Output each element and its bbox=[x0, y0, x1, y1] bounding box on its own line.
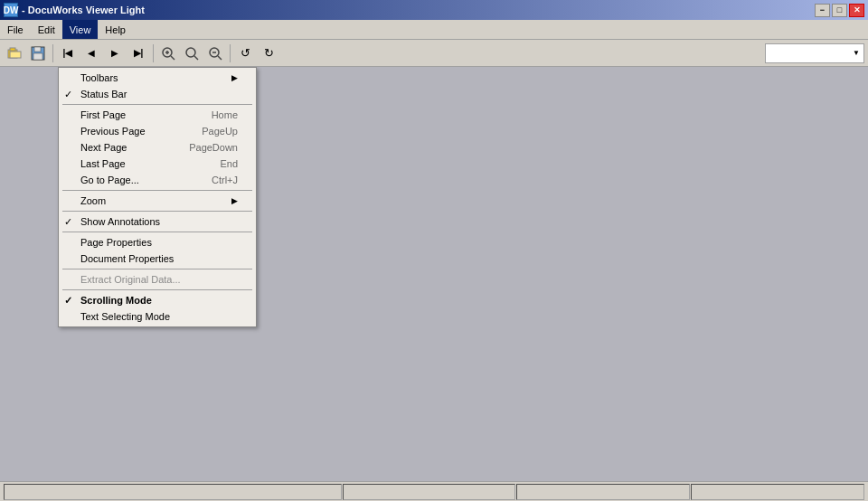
last-page-button[interactable]: ▶| bbox=[127, 43, 149, 64]
menu-separator-4 bbox=[62, 232, 252, 232]
svg-rect-5 bbox=[33, 53, 42, 60]
next-page-button[interactable]: ▶ bbox=[104, 43, 126, 64]
menu-item-go-to-page-label: Go to Page... bbox=[80, 175, 139, 185]
zoom-in-button[interactable] bbox=[157, 43, 179, 64]
status-cell-4 bbox=[691, 484, 864, 500]
status-cell-1 bbox=[4, 484, 342, 500]
menu-item-status-bar-label: Status Bar bbox=[80, 89, 127, 99]
menu-item-previous-page-shortcut: PageUp bbox=[202, 126, 238, 137]
toolbar-separator-2 bbox=[153, 44, 154, 62]
svg-rect-4 bbox=[34, 47, 41, 52]
menu-file[interactable]: File bbox=[0, 20, 31, 39]
menu-item-first-page-shortcut: Home bbox=[212, 109, 238, 120]
maximize-button[interactable]: □ bbox=[832, 4, 847, 17]
menu-item-toolbars-label: Toolbars bbox=[80, 72, 118, 83]
view-menu-dropdown: Toolbars Status Bar First Page Home Prev… bbox=[58, 67, 257, 327]
toolbar: |◀ ◀ ▶ ▶| ↺ ↻ ▼ bbox=[0, 40, 868, 67]
menu-item-last-page-label: Last Page bbox=[80, 158, 126, 169]
menu-item-previous-page[interactable]: Previous Page PageUp bbox=[59, 123, 256, 139]
svg-rect-1 bbox=[10, 48, 15, 51]
menu-item-show-annotations[interactable]: Show Annotations bbox=[59, 213, 256, 230]
status-cell-2 bbox=[343, 484, 516, 500]
svg-line-7 bbox=[171, 56, 175, 60]
menu-item-go-to-page-shortcut: Ctrl+J bbox=[212, 175, 238, 185]
menu-item-scrolling-mode[interactable]: Scrolling Mode bbox=[59, 292, 256, 308]
menu-separator-1 bbox=[62, 104, 252, 105]
minimize-button[interactable]: − bbox=[815, 4, 830, 17]
app-icon: DW bbox=[4, 3, 18, 17]
menu-separator-2 bbox=[62, 190, 252, 191]
content-area: Toolbars Status Bar First Page Home Prev… bbox=[0, 67, 868, 481]
menu-item-status-bar[interactable]: Status Bar bbox=[59, 86, 256, 102]
menu-separator-5 bbox=[62, 269, 252, 269]
menu-item-last-page-shortcut: End bbox=[220, 158, 238, 169]
menu-item-zoom-label: Zoom bbox=[80, 195, 106, 206]
app-container: DW - DocuWorks Viewer Light − □ ✕ File E… bbox=[0, 0, 868, 501]
menu-item-toolbars[interactable]: Toolbars bbox=[59, 70, 256, 86]
menu-help[interactable]: Help bbox=[98, 20, 133, 39]
close-button[interactable]: ✕ bbox=[849, 4, 864, 17]
menu-item-document-properties-label: Document Properties bbox=[80, 253, 174, 264]
menu-item-scrolling-mode-label: Scrolling Mode bbox=[80, 295, 152, 306]
menu-item-first-page-label: First Page bbox=[80, 109, 126, 120]
menu-item-extract-original[interactable]: Extract Original Data... bbox=[59, 271, 256, 288]
rotate-right-button[interactable]: ↻ bbox=[258, 43, 279, 64]
prev-page-button[interactable]: ◀ bbox=[80, 43, 102, 64]
svg-line-11 bbox=[194, 56, 198, 60]
first-page-button[interactable]: |◀ bbox=[57, 43, 79, 64]
svg-point-10 bbox=[186, 48, 195, 57]
status-bar bbox=[0, 481, 868, 501]
menu-item-go-to-page[interactable]: Go to Page... Ctrl+J bbox=[59, 172, 256, 188]
dropdown-arrow-icon: ▼ bbox=[853, 49, 860, 57]
toolbar-separator-3 bbox=[230, 44, 231, 62]
menu-item-page-properties-label: Page Properties bbox=[80, 237, 152, 248]
title-text: - DocuWorks Viewer Light bbox=[22, 5, 145, 15]
menu-item-extract-original-label: Extract Original Data... bbox=[80, 274, 181, 285]
menu-item-next-page[interactable]: Next Page PageDown bbox=[59, 139, 256, 156]
menu-edit[interactable]: Edit bbox=[31, 20, 62, 39]
title-bar-left: DW - DocuWorks Viewer Light bbox=[4, 3, 145, 17]
menu-item-document-properties[interactable]: Document Properties bbox=[59, 250, 256, 267]
menu-item-first-page[interactable]: First Page Home bbox=[59, 107, 256, 123]
menu-item-next-page-label: Next Page bbox=[80, 142, 127, 153]
zoom-dropdown[interactable]: ▼ bbox=[765, 43, 864, 63]
open-button[interactable] bbox=[4, 43, 25, 64]
menu-item-text-selecting-mode[interactable]: Text Selecting Mode bbox=[59, 308, 256, 325]
menu-item-last-page[interactable]: Last Page End bbox=[59, 156, 256, 172]
rotate-left-button[interactable]: ↺ bbox=[234, 43, 256, 64]
zoom-fit-button[interactable] bbox=[181, 43, 203, 64]
title-bar-buttons: − □ ✕ bbox=[815, 4, 864, 17]
menu-bar: File Edit View Help bbox=[0, 20, 868, 40]
menu-item-text-selecting-mode-label: Text Selecting Mode bbox=[80, 311, 170, 322]
menu-item-zoom[interactable]: Zoom bbox=[59, 193, 256, 209]
title-bar: DW - DocuWorks Viewer Light − □ ✕ bbox=[0, 0, 868, 20]
zoom-out-button[interactable] bbox=[204, 43, 226, 64]
menu-item-page-properties[interactable]: Page Properties bbox=[59, 234, 256, 250]
menu-separator-3 bbox=[62, 211, 252, 212]
save-button[interactable] bbox=[27, 43, 49, 64]
menu-view[interactable]: View bbox=[62, 20, 99, 39]
toolbar-separator-1 bbox=[52, 44, 53, 62]
svg-rect-2 bbox=[10, 52, 21, 58]
status-cell-3 bbox=[516, 484, 690, 500]
svg-line-13 bbox=[218, 56, 222, 60]
menu-separator-6 bbox=[62, 289, 252, 290]
menu-item-next-page-shortcut: PageDown bbox=[189, 142, 238, 153]
menu-item-previous-page-label: Previous Page bbox=[80, 126, 146, 137]
menu-item-show-annotations-label: Show Annotations bbox=[80, 216, 160, 227]
